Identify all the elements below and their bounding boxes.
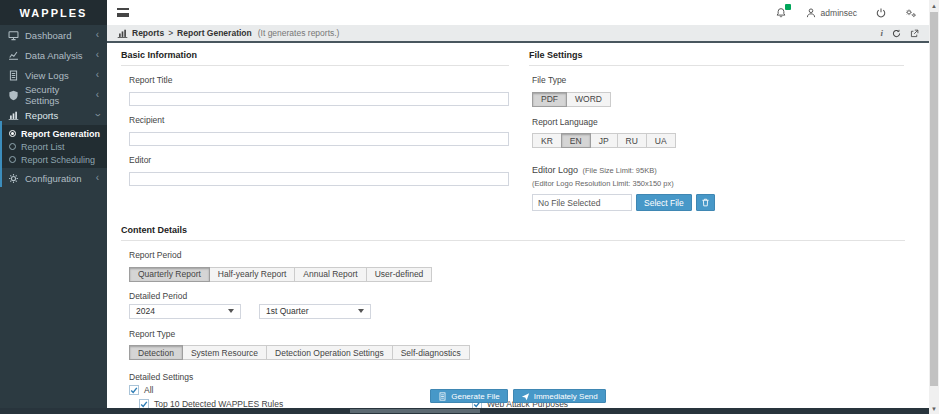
breadcrumb: Reports > Report Generation (It generate… bbox=[107, 25, 929, 43]
file-type-word-button[interactable]: WORD bbox=[566, 92, 611, 107]
type-self-diagnostics-button[interactable]: Self-diagnostics bbox=[392, 345, 470, 360]
divider bbox=[529, 65, 904, 66]
user-icon bbox=[805, 7, 817, 19]
notifications-button[interactable] bbox=[775, 7, 787, 19]
scroll-up-icon[interactable]: ▲ bbox=[929, 0, 939, 11]
sidebar-nav: Dashboard ‹ Data Analysis ‹ View Logs ‹ … bbox=[0, 25, 107, 188]
chevron-down-icon: ‹ bbox=[92, 113, 102, 116]
period-user-defined-button[interactable]: User-defined bbox=[366, 267, 433, 282]
active-bullet-icon bbox=[9, 130, 16, 137]
section-title: Basic Information bbox=[121, 50, 509, 60]
sidebar-item-label: Configuration bbox=[25, 173, 82, 184]
refresh-icon[interactable] bbox=[892, 29, 901, 38]
language-ua-button[interactable]: UA bbox=[646, 133, 676, 148]
selected-file-display: No File Selected bbox=[532, 194, 632, 211]
chevron-down-icon bbox=[228, 309, 234, 313]
chevron-down-icon bbox=[358, 309, 364, 313]
info-icon[interactable]: i bbox=[880, 28, 883, 38]
sidebar-item-reports[interactable]: Reports ‹ bbox=[0, 105, 107, 125]
editor-logo-label: Editor Logo bbox=[532, 165, 578, 175]
bar-chart-icon bbox=[8, 110, 19, 121]
sidebar-subitem-label: Report Scheduling bbox=[21, 155, 95, 165]
scroll-down-icon[interactable]: ▼ bbox=[929, 403, 939, 414]
gear-icon bbox=[8, 173, 19, 184]
app-logo: WAPPLES bbox=[0, 0, 107, 25]
editor-logo-resolution-limit: (Editor Logo Resolution Limit: 350x150 p… bbox=[532, 179, 904, 188]
report-title-input[interactable] bbox=[129, 92, 509, 106]
vertical-scroll-thumb[interactable] bbox=[930, 12, 938, 386]
type-system-resource-button[interactable]: System Resource bbox=[182, 345, 267, 360]
monitor-icon bbox=[8, 30, 19, 41]
vertical-scrollbar[interactable]: ▲ ▼ bbox=[929, 0, 939, 414]
bullet-icon bbox=[9, 143, 16, 150]
chevron-left-icon: ‹ bbox=[96, 173, 99, 183]
shield-icon bbox=[8, 90, 19, 101]
username: adminsec bbox=[821, 8, 857, 18]
detailed-period-label: Detailed Period bbox=[129, 291, 905, 301]
immediately-send-button[interactable]: Immediately Send bbox=[513, 389, 606, 403]
sidebar-item-report-scheduling[interactable]: Report Scheduling bbox=[0, 153, 107, 166]
editor-label: Editor bbox=[129, 155, 509, 165]
sidebar-item-view-logs[interactable]: View Logs ‹ bbox=[0, 65, 107, 85]
sidebar-item-configuration[interactable]: Configuration ‹ bbox=[0, 168, 107, 188]
popout-icon[interactable] bbox=[910, 29, 919, 38]
year-select[interactable]: 2024 bbox=[129, 304, 241, 319]
system-settings-button[interactable] bbox=[905, 7, 917, 19]
topbar: adminsec bbox=[107, 0, 929, 25]
divider bbox=[121, 240, 905, 241]
file-type-pdf-button[interactable]: PDF bbox=[532, 92, 567, 107]
notification-badge bbox=[785, 4, 791, 10]
basic-information-section: Basic Information Report Title Recipient bbox=[121, 50, 509, 211]
sidebar-item-report-generation[interactable]: Report Generation bbox=[0, 127, 107, 140]
editor-logo-size-limit: (File Size Limit: 95KB) bbox=[583, 166, 657, 175]
horizontal-scrollbar[interactable] bbox=[0, 408, 929, 414]
generate-file-label: Generate File bbox=[451, 392, 499, 401]
quarter-select[interactable]: 1st Quarter bbox=[259, 304, 371, 319]
horizontal-scroll-thumb[interactable] bbox=[350, 409, 480, 413]
recipient-input[interactable] bbox=[129, 132, 509, 146]
sidebar-toggle-icon[interactable] bbox=[117, 8, 129, 17]
language-kr-button[interactable]: KR bbox=[532, 133, 562, 148]
send-icon bbox=[521, 392, 530, 401]
divider bbox=[121, 65, 509, 66]
report-language-group: KR EN JP RU UA bbox=[532, 133, 676, 148]
report-language-label: Report Language bbox=[532, 117, 904, 127]
sidebar-item-data-analysis[interactable]: Data Analysis ‹ bbox=[0, 45, 107, 65]
breadcrumb-section[interactable]: Reports bbox=[132, 28, 164, 38]
sidebar-item-dashboard[interactable]: Dashboard ‹ bbox=[0, 25, 107, 45]
language-jp-button[interactable]: JP bbox=[590, 133, 618, 148]
delete-logo-button[interactable] bbox=[696, 194, 715, 211]
user-menu[interactable]: adminsec bbox=[805, 7, 857, 19]
chevron-left-icon: ‹ bbox=[96, 90, 99, 100]
logout-button[interactable] bbox=[875, 7, 887, 19]
topbar-right: adminsec bbox=[775, 7, 917, 19]
document-icon bbox=[8, 70, 19, 81]
chevron-left-icon: ‹ bbox=[96, 50, 99, 60]
period-annual-button[interactable]: Annual Report bbox=[294, 267, 366, 282]
power-icon bbox=[875, 7, 887, 19]
breadcrumb-separator: > bbox=[168, 28, 173, 38]
file-icon bbox=[438, 392, 447, 401]
report-type-label: Report Type bbox=[129, 329, 905, 339]
generate-file-button[interactable]: Generate File bbox=[430, 389, 507, 403]
select-file-label: Select File bbox=[644, 198, 684, 208]
breadcrumb-note: (It generates reports.) bbox=[258, 28, 340, 38]
reports-submenu: Report Generation Report List Report Sch… bbox=[0, 125, 107, 168]
select-file-button[interactable]: Select File bbox=[636, 194, 692, 211]
sidebar-subitem-label: Report Generation bbox=[21, 129, 100, 139]
file-settings-section: File Settings File Type PDF WORD Report … bbox=[529, 50, 904, 211]
report-period-group: Quarterly Report Half-yearly Report Annu… bbox=[129, 267, 432, 282]
chevron-left-icon: ‹ bbox=[96, 70, 99, 80]
type-detection-button[interactable]: Detection bbox=[129, 345, 183, 360]
period-half-yearly-button[interactable]: Half-yearly Report bbox=[209, 267, 296, 282]
period-quarterly-button[interactable]: Quarterly Report bbox=[129, 267, 210, 282]
language-ru-button[interactable]: RU bbox=[617, 133, 647, 148]
sidebar-item-security-settings[interactable]: Security Settings ‹ bbox=[0, 85, 107, 105]
editor-input[interactable] bbox=[129, 172, 509, 186]
language-en-button[interactable]: EN bbox=[561, 133, 591, 148]
report-title-label: Report Title bbox=[129, 75, 509, 85]
file-type-label: File Type bbox=[532, 75, 904, 85]
type-detection-operation-button[interactable]: Detection Operation Settings bbox=[266, 345, 393, 360]
sidebar-item-report-list[interactable]: Report List bbox=[0, 140, 107, 153]
bullet-icon bbox=[9, 156, 16, 163]
